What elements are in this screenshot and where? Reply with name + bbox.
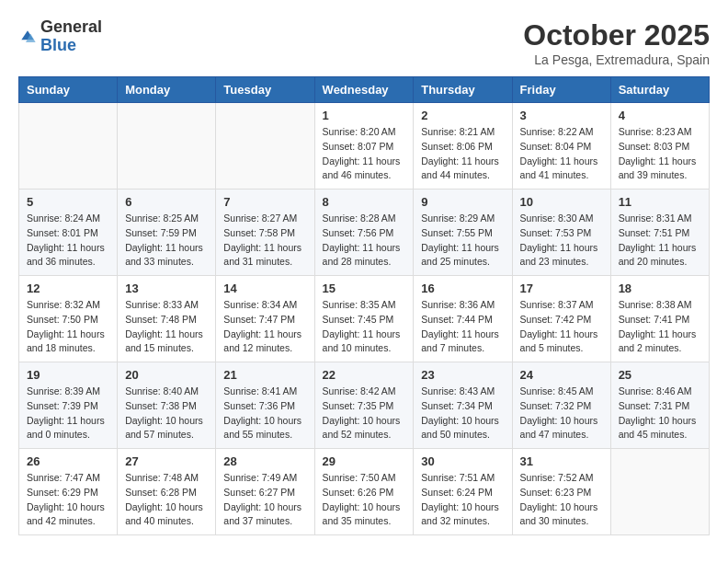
weekday-header: Saturday — [610, 77, 709, 103]
calendar-cell: 2Sunrise: 8:21 AMSunset: 8:06 PMDaylight… — [414, 103, 512, 190]
calendar-cell: 10Sunrise: 8:30 AMSunset: 7:53 PMDayligh… — [512, 190, 610, 276]
day-number: 8 — [323, 195, 406, 209]
weekday-header: Monday — [118, 77, 216, 103]
calendar-cell — [19, 103, 118, 190]
weekday-header: Wednesday — [314, 77, 414, 103]
day-info: Sunrise: 8:46 AMSunset: 7:31 PMDaylight:… — [619, 385, 701, 442]
calendar-cell: 14Sunrise: 8:34 AMSunset: 7:47 PMDayligh… — [216, 276, 314, 362]
day-info: Sunrise: 8:35 AMSunset: 7:45 PMDaylight:… — [323, 298, 406, 356]
day-number: 11 — [619, 195, 701, 209]
calendar-cell: 24Sunrise: 8:45 AMSunset: 7:32 PMDayligh… — [512, 362, 610, 449]
day-info: Sunrise: 8:24 AMSunset: 8:01 PMDaylight:… — [27, 212, 109, 270]
page-header: General Blue October 2025 La Pesga, Extr… — [18, 18, 710, 67]
day-number: 21 — [223, 368, 306, 382]
calendar-cell: 12Sunrise: 8:32 AMSunset: 7:50 PMDayligh… — [19, 276, 118, 362]
day-number: 29 — [323, 454, 406, 468]
day-info: Sunrise: 8:34 AMSunset: 7:47 PMDaylight:… — [223, 298, 306, 356]
day-info: Sunrise: 8:41 AMSunset: 7:36 PMDaylight:… — [223, 385, 306, 442]
logo-icon — [18, 28, 37, 46]
calendar-cell: 13Sunrise: 8:33 AMSunset: 7:48 PMDayligh… — [118, 276, 216, 362]
calendar-cell: 27Sunrise: 7:48 AMSunset: 6:28 PMDayligh… — [118, 449, 216, 535]
day-info: Sunrise: 8:25 AMSunset: 7:59 PMDaylight:… — [125, 212, 208, 270]
calendar-cell: 9Sunrise: 8:29 AMSunset: 7:55 PMDaylight… — [414, 190, 512, 276]
calendar-cell: 31Sunrise: 7:52 AMSunset: 6:23 PMDayligh… — [512, 449, 610, 535]
day-info: Sunrise: 8:22 AMSunset: 8:04 PMDaylight:… — [520, 125, 603, 183]
day-info: Sunrise: 8:20 AMSunset: 8:07 PMDaylight:… — [323, 125, 406, 183]
weekday-header: Sunday — [19, 77, 118, 103]
calendar-cell: 26Sunrise: 7:47 AMSunset: 6:29 PMDayligh… — [19, 449, 118, 535]
day-number: 23 — [421, 368, 504, 382]
day-number: 28 — [223, 454, 306, 468]
calendar-cell — [118, 103, 216, 190]
calendar-header-row: SundayMondayTuesdayWednesdayThursdayFrid… — [19, 77, 710, 103]
calendar-cell: 18Sunrise: 8:38 AMSunset: 7:41 PMDayligh… — [610, 276, 709, 362]
day-info: Sunrise: 8:39 AMSunset: 7:39 PMDaylight:… — [27, 385, 109, 442]
day-number: 16 — [421, 282, 504, 295]
day-info: Sunrise: 8:28 AMSunset: 7:56 PMDaylight:… — [323, 212, 406, 270]
calendar-cell: 19Sunrise: 8:39 AMSunset: 7:39 PMDayligh… — [19, 362, 118, 449]
day-number: 18 — [619, 282, 701, 295]
day-number: 3 — [520, 109, 603, 122]
day-info: Sunrise: 8:30 AMSunset: 7:53 PMDaylight:… — [520, 212, 603, 270]
day-number: 31 — [520, 454, 603, 468]
calendar-cell: 3Sunrise: 8:22 AMSunset: 8:04 PMDaylight… — [512, 103, 610, 190]
calendar-cell: 11Sunrise: 8:31 AMSunset: 7:51 PMDayligh… — [610, 190, 709, 276]
calendar-table: SundayMondayTuesdayWednesdayThursdayFrid… — [18, 76, 710, 535]
calendar-cell: 15Sunrise: 8:35 AMSunset: 7:45 PMDayligh… — [314, 276, 414, 362]
day-info: Sunrise: 7:51 AMSunset: 6:24 PMDaylight:… — [421, 471, 504, 529]
day-number: 20 — [125, 368, 208, 382]
day-info: Sunrise: 8:27 AMSunset: 7:58 PMDaylight:… — [223, 212, 306, 270]
day-number: 7 — [223, 195, 306, 209]
day-number: 19 — [27, 368, 109, 382]
day-info: Sunrise: 8:32 AMSunset: 7:50 PMDaylight:… — [27, 298, 109, 356]
day-number: 27 — [125, 454, 208, 468]
calendar-cell — [216, 103, 314, 190]
day-number: 14 — [223, 282, 306, 295]
day-info: Sunrise: 8:45 AMSunset: 7:32 PMDaylight:… — [520, 385, 603, 442]
day-number: 6 — [125, 195, 208, 209]
day-info: Sunrise: 7:50 AMSunset: 6:26 PMDaylight:… — [323, 471, 406, 529]
day-number: 22 — [323, 368, 406, 382]
calendar-cell — [610, 449, 709, 535]
day-number: 1 — [323, 109, 406, 122]
calendar-cell: 22Sunrise: 8:42 AMSunset: 7:35 PMDayligh… — [314, 362, 414, 449]
calendar-week-row: 19Sunrise: 8:39 AMSunset: 7:39 PMDayligh… — [19, 362, 710, 449]
day-info: Sunrise: 7:52 AMSunset: 6:23 PMDaylight:… — [520, 471, 603, 529]
day-info: Sunrise: 7:49 AMSunset: 6:27 PMDaylight:… — [223, 471, 306, 529]
day-info: Sunrise: 8:29 AMSunset: 7:55 PMDaylight:… — [421, 212, 504, 270]
logo: General Blue — [18, 18, 102, 55]
day-info: Sunrise: 8:31 AMSunset: 7:51 PMDaylight:… — [619, 212, 701, 270]
day-info: Sunrise: 8:40 AMSunset: 7:38 PMDaylight:… — [125, 385, 208, 442]
month-title: October 2025 — [523, 18, 710, 52]
calendar-cell: 1Sunrise: 8:20 AMSunset: 8:07 PMDaylight… — [314, 103, 414, 190]
day-info: Sunrise: 8:43 AMSunset: 7:34 PMDaylight:… — [421, 385, 504, 442]
day-number: 15 — [323, 282, 406, 295]
calendar-cell: 8Sunrise: 8:28 AMSunset: 7:56 PMDaylight… — [314, 190, 414, 276]
location-label: La Pesga, Extremadura, Spain — [523, 52, 710, 67]
calendar-cell: 25Sunrise: 8:46 AMSunset: 7:31 PMDayligh… — [610, 362, 709, 449]
day-info: Sunrise: 8:42 AMSunset: 7:35 PMDaylight:… — [323, 385, 406, 442]
calendar-cell: 23Sunrise: 8:43 AMSunset: 7:34 PMDayligh… — [414, 362, 512, 449]
day-info: Sunrise: 8:33 AMSunset: 7:48 PMDaylight:… — [125, 298, 208, 356]
calendar-cell: 20Sunrise: 8:40 AMSunset: 7:38 PMDayligh… — [118, 362, 216, 449]
calendar-cell: 16Sunrise: 8:36 AMSunset: 7:44 PMDayligh… — [414, 276, 512, 362]
day-info: Sunrise: 8:37 AMSunset: 7:42 PMDaylight:… — [520, 298, 603, 356]
calendar-cell: 5Sunrise: 8:24 AMSunset: 8:01 PMDaylight… — [19, 190, 118, 276]
day-number: 9 — [421, 195, 504, 209]
weekday-header: Thursday — [414, 77, 512, 103]
calendar-cell: 21Sunrise: 8:41 AMSunset: 7:36 PMDayligh… — [216, 362, 314, 449]
day-number: 24 — [520, 368, 603, 382]
day-number: 26 — [27, 454, 109, 468]
day-info: Sunrise: 7:47 AMSunset: 6:29 PMDaylight:… — [27, 471, 109, 529]
calendar-cell: 17Sunrise: 8:37 AMSunset: 7:42 PMDayligh… — [512, 276, 610, 362]
calendar-cell: 29Sunrise: 7:50 AMSunset: 6:26 PMDayligh… — [314, 449, 414, 535]
day-number: 4 — [619, 109, 701, 122]
day-number: 5 — [27, 195, 109, 209]
day-number: 25 — [619, 368, 701, 382]
weekday-header: Friday — [512, 77, 610, 103]
day-number: 13 — [125, 282, 208, 295]
calendar-week-row: 26Sunrise: 7:47 AMSunset: 6:29 PMDayligh… — [19, 449, 710, 535]
day-info: Sunrise: 7:48 AMSunset: 6:28 PMDaylight:… — [125, 471, 208, 529]
day-number: 17 — [520, 282, 603, 295]
day-info: Sunrise: 8:21 AMSunset: 8:06 PMDaylight:… — [421, 125, 504, 183]
